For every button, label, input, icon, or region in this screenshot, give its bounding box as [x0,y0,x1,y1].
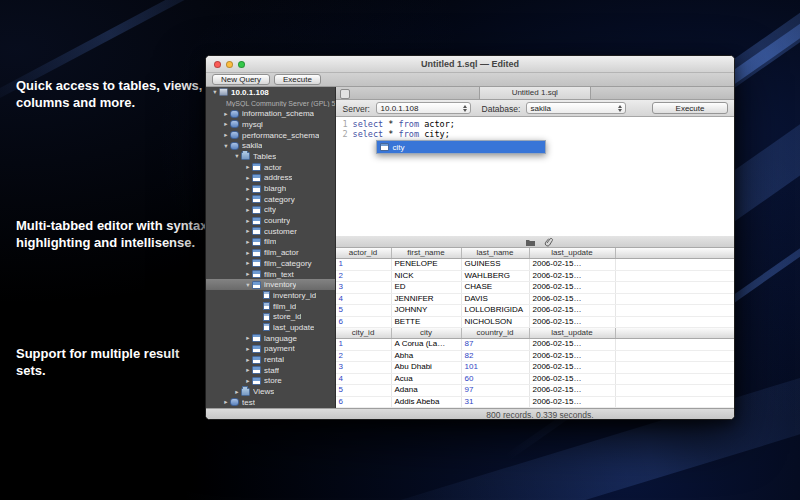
tab-untitled-1[interactable]: Untitled 1.sql [479,87,591,99]
tree-item-film-text[interactable]: ▸film_text [206,269,335,280]
tree-item-store-id[interactable]: store_id [206,311,335,322]
disclosure-triangle-icon[interactable]: ▸ [222,120,230,128]
table-row[interactable]: 6Addis Abeba312006-02-15… [336,397,734,409]
cell[interactable]: 4 [336,294,392,305]
cell[interactable]: 6 [336,317,392,328]
cell[interactable]: 1 [336,339,392,350]
cell[interactable]: Acua [392,374,462,385]
tree-item-country[interactable]: ▸country [206,215,335,226]
table-row[interactable]: 5JOHNNYLOLLOBRIGIDA2006-02-15… [336,305,734,317]
tree-item-store[interactable]: ▸store [206,376,335,387]
tree-item-film-id[interactable]: film_id [206,301,335,312]
disclosure-triangle-icon[interactable]: ▸ [244,163,252,171]
cell[interactable]: 2 [336,271,392,282]
cell[interactable]: A Corua (La… [392,339,462,350]
cell[interactable]: NICHOLSON [462,317,530,328]
disclosure-triangle-icon[interactable]: ▸ [233,388,241,396]
cell[interactable]: 2006-02-15… [530,339,616,350]
tree-item-mysql[interactable]: ▸mysql [206,119,335,130]
cell[interactable]: 3 [336,362,392,373]
table-row[interactable]: 3Abu Dhabi1012006-02-15… [336,362,734,374]
table-row[interactable]: 6BETTENICHOLSON2006-02-15… [336,317,734,329]
column-header-last_update[interactable]: last_update [530,248,616,258]
cell[interactable]: 2006-02-15… [530,305,616,316]
tree-item-inventory[interactable]: ▾inventory [206,279,335,290]
disclosure-triangle-icon[interactable]: ▸ [244,259,252,267]
cell[interactable]: 2006-02-15… [530,362,616,373]
disclosure-triangle-icon[interactable]: ▾ [244,281,252,289]
cell[interactable]: JOHNNY [392,305,462,316]
execute-toolbar-button[interactable]: Execute [274,74,321,85]
tree-item-address[interactable]: ▸address [206,173,335,184]
cell[interactable]: Addis Abeba [392,397,462,408]
tree-item-category[interactable]: ▸category [206,194,335,205]
cell[interactable]: 5 [336,385,392,396]
cell[interactable]: BETTE [392,317,462,328]
title-bar[interactable]: Untitled 1.sql — Edited [206,56,734,73]
cell[interactable]: 60 [462,374,530,385]
disclosure-triangle-icon[interactable]: ▸ [244,174,252,182]
editor-line[interactable]: 1select * from actor; [336,119,734,129]
disclosure-triangle-icon[interactable]: ▸ [244,185,252,193]
tree-item-actor[interactable]: ▸actor [206,162,335,173]
cell[interactable]: NICK [392,271,462,282]
column-header-last_name[interactable]: last_name [462,248,530,258]
disclosure-triangle-icon[interactable]: ▸ [244,217,252,225]
tree-item-rental[interactable]: ▸rental [206,354,335,365]
cell[interactable]: 2006-02-15… [530,374,616,385]
column-header-country_id[interactable]: country_id [462,328,530,338]
disclosure-triangle-icon[interactable]: ▸ [244,206,252,214]
cell[interactable]: ED [392,282,462,293]
cell[interactable]: 87 [462,339,530,350]
cell[interactable]: 31 [462,397,530,408]
cell[interactable]: Abu Dhabi [392,362,462,373]
table-row[interactable]: 1PENELOPEGUINESS2006-02-15… [336,259,734,271]
cell[interactable]: 2006-02-15… [530,397,616,408]
cell[interactable]: 4 [336,374,392,385]
document-icon[interactable] [340,89,350,99]
cell[interactable]: 97 [462,385,530,396]
tree-item-language[interactable]: ▸language [206,333,335,344]
cell[interactable]: 101 [462,362,530,373]
disclosure-triangle-icon[interactable]: ▸ [222,398,230,406]
tree-item-views[interactable]: ▸Views [206,386,335,397]
cell[interactable]: 2006-02-15… [530,385,616,396]
column-header-last_update[interactable]: last_update [530,328,616,338]
table-row[interactable]: 2NICKWAHLBERG2006-02-15… [336,271,734,283]
cell[interactable]: 3 [336,282,392,293]
cell[interactable]: Abha [392,351,462,362]
table-row[interactable]: 4JENNIFERDAVIS2006-02-15… [336,294,734,306]
tree-item-performance-schema[interactable]: ▸performance_schema [206,130,335,141]
cell[interactable]: 2006-02-15… [530,259,616,270]
cell[interactable]: CHASE [462,282,530,293]
disclosure-triangle-icon[interactable]: ▾ [233,152,241,160]
disclosure-triangle-icon[interactable]: ▾ [222,142,230,150]
tree-item-film[interactable]: ▸film [206,237,335,248]
tree-item-city[interactable]: ▸city [206,205,335,216]
column-header-city[interactable]: city [392,328,462,338]
tree-item-inventory-id[interactable]: inventory_id [206,290,335,301]
disclosure-triangle-icon[interactable]: ▸ [244,195,252,203]
cell[interactable]: 2006-02-15… [530,294,616,305]
execute-query-button[interactable]: Execute [652,102,728,114]
cell[interactable]: 2 [336,351,392,362]
disclosure-triangle-icon[interactable]: ▸ [244,227,252,235]
column-header-city_id[interactable]: city_id [336,328,392,338]
tree-item-information-schema[interactable]: ▸information_schema [206,108,335,119]
new-query-button[interactable]: New Query [212,74,270,85]
disclosure-triangle-icon[interactable]: ▾ [211,88,219,96]
cell[interactable]: 1 [336,259,392,270]
cell[interactable]: 6 [336,397,392,408]
disclosure-triangle-icon[interactable]: ▸ [244,356,252,364]
tree-item-test[interactable]: ▸test [206,397,335,408]
database-select[interactable]: sakila [526,102,626,114]
tree-item-payment[interactable]: ▸payment [206,344,335,355]
column-header-first_name[interactable]: first_name [392,248,462,258]
disclosure-triangle-icon[interactable]: ▸ [222,110,230,118]
disclosure-triangle-icon[interactable]: ▸ [244,238,252,246]
disclosure-triangle-icon[interactable]: ▸ [244,249,252,257]
cell[interactable]: WAHLBERG [462,271,530,282]
cell[interactable]: 2006-02-15… [530,351,616,362]
disclosure-triangle-icon[interactable]: ▸ [244,334,252,342]
sql-editor[interactable]: 1select * from actor;2select * from city… [336,117,734,236]
